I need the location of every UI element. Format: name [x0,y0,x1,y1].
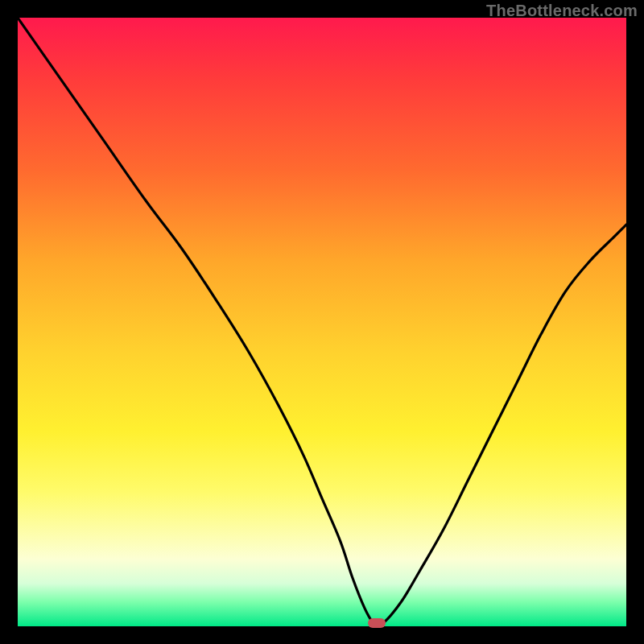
bottleneck-curve [18,18,626,626]
watermark-text: TheBottleneck.com [486,2,638,20]
chart-frame: TheBottleneck.com [0,0,644,644]
plot-area [18,18,626,626]
optimal-point-marker [368,618,386,628]
